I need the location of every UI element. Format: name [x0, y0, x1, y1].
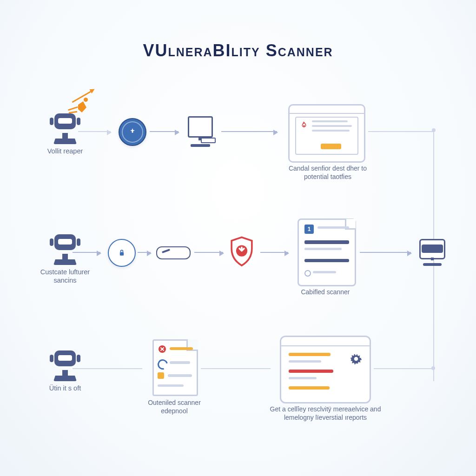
arrow-r2-4: [360, 252, 411, 253]
spine-end-dot: [431, 366, 435, 370]
robot-icon: [51, 349, 79, 381]
arrow-r1-3: [221, 131, 277, 132]
mini-monitor-icon: [418, 239, 446, 266]
shield-alert-icon: [228, 236, 256, 268]
scan-start-icon: [119, 118, 146, 146]
connector-r3-2: [201, 368, 271, 369]
row3-left-label: Ütin it s oft: [49, 384, 81, 392]
node-robot-3: Ütin it s oft: [33, 349, 98, 392]
arrow-r2-2: [194, 252, 223, 253]
row1-right-caption: Candal senfior dest dher to potential ta…: [279, 165, 377, 181]
arrow-r2-3: [260, 252, 288, 253]
arrow-r1-4: [368, 131, 433, 132]
connector-r3-3: [374, 368, 433, 369]
arrow-r2-0: [73, 252, 100, 253]
flame-icon: [300, 120, 308, 131]
row2-left-label: Custcate lufturer sancins: [33, 268, 98, 284]
svg-point-0: [132, 131, 133, 132]
gear-icon: [350, 353, 362, 365]
svg-point-1: [303, 125, 304, 126]
desktop-computer-icon: [184, 114, 217, 147]
arrow-r2-1: [138, 252, 151, 253]
row2-card-caption: Cabifled scanner: [288, 288, 363, 297]
lock-icon: [108, 239, 136, 267]
arrow-r1-2: [150, 131, 178, 132]
javelin-runner-icon: [68, 95, 96, 123]
title-text: VUlneraBIlity Scanner: [143, 41, 333, 60]
node-robot-2: Custcate lufturer sancins: [33, 232, 98, 284]
error-x-icon: [159, 345, 166, 353]
row3-tablet-caption: Get a cellîey resclvitÿ mereaelvice and …: [260, 405, 390, 422]
row1-left-label: Vollit reaper: [47, 147, 83, 155]
arrow-r1-1: [78, 131, 111, 132]
warning-square-icon: [158, 372, 164, 379]
report-tablet-icon: [280, 336, 371, 403]
browser-window-icon: [288, 104, 365, 163]
cta-button-icon: [321, 144, 341, 149]
row3-doc-caption: Outeniled scanner edepnool: [135, 399, 214, 415]
page-title: VUlneraBIlity Scanner: [0, 41, 476, 60]
robot-icon: [51, 232, 79, 265]
refresh-icon: [156, 357, 170, 371]
input-pill-icon: [156, 246, 191, 259]
connector-r3-1: [73, 368, 142, 369]
document-issues-icon: [152, 339, 198, 396]
diagram-stage: Vollit reaper Candal senfior dest dher t…: [28, 98, 448, 448]
svg-rect-2: [120, 252, 124, 256]
card-badge: 1: [304, 225, 314, 234]
report-card-icon: 1: [298, 218, 356, 286]
